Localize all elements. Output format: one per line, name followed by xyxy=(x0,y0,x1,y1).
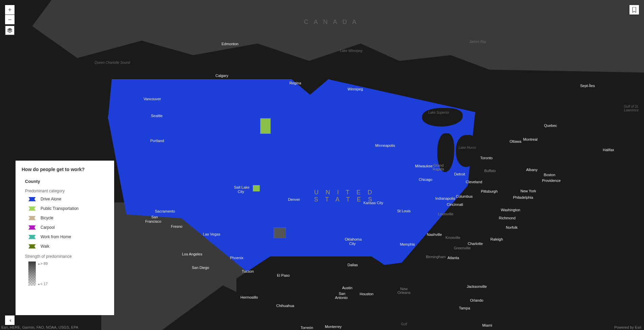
legend-category-label: Walk xyxy=(41,244,49,249)
water-label-james-bay: James Bay xyxy=(469,40,486,44)
county-outlier-3[interactable] xyxy=(274,227,286,238)
ocean-gulf xyxy=(236,256,405,330)
legend-category-row: Public Transportation xyxy=(28,206,114,211)
legend-category-row: Work from Home xyxy=(28,235,114,239)
legend-swatch xyxy=(28,225,36,230)
collapse-legend-button[interactable]: ‹‹ xyxy=(5,315,15,325)
legend-category-row: Carpool xyxy=(28,225,114,230)
ocean-atlantic xyxy=(439,128,644,330)
water-label-gulf: Gulf xyxy=(401,322,407,326)
bookmarks-button[interactable] xyxy=(629,5,639,15)
legend-category-label: Work from Home xyxy=(41,235,71,239)
legend-swatch xyxy=(28,207,36,211)
water-label-winnipeg: Lake Winnipeg xyxy=(340,49,362,53)
city-label: Calgary xyxy=(215,74,228,78)
legend-predominant-heading: Predominant category xyxy=(25,189,114,193)
water-label-huron: Lake Huron xyxy=(459,146,476,149)
city-label: Quebec xyxy=(544,123,557,128)
legend-category-label: Drive Alone xyxy=(41,197,61,201)
layers-icon xyxy=(7,28,12,33)
city-label: Sept-Îles xyxy=(580,84,595,88)
zoom-out-button[interactable]: − xyxy=(5,15,15,24)
attribution-sources[interactable]: Esri, HERE, Garmin, FAO, NOAA, USGS, EPA xyxy=(1,325,78,329)
city-label: Pittsburgh xyxy=(481,189,498,193)
legend-category-row: Bicycle xyxy=(28,216,114,220)
legend-opacity-ramp xyxy=(28,262,36,286)
county-outlier-2[interactable] xyxy=(253,185,260,192)
legend-layer-name: County xyxy=(25,179,114,184)
legend-category-label: Public Transportation xyxy=(41,206,79,211)
chevron-left-double-icon: ‹‹ xyxy=(9,318,10,323)
city-label: Birmingham xyxy=(426,255,446,259)
bookmark-icon xyxy=(632,7,637,12)
legend-category-row: Walk xyxy=(28,244,114,249)
minus-icon: − xyxy=(8,16,12,23)
attribution-esri[interactable]: Powered by Esri xyxy=(614,325,641,329)
water-label-gsl: Gulf of St. Lawrence xyxy=(619,105,644,112)
county-outlier-1[interactable] xyxy=(260,118,271,134)
legend-swatch xyxy=(28,235,36,239)
water-label-superior: Lake Superior xyxy=(428,111,449,114)
legend-category-row: Drive Alone xyxy=(28,197,114,201)
legend-swatch xyxy=(28,197,36,201)
legend-strength-heading: Strength of predominance xyxy=(25,254,114,259)
legend-category-label: Carpool xyxy=(41,225,55,230)
zoom-in-button[interactable]: + xyxy=(5,5,15,15)
legend-swatch xyxy=(28,216,36,220)
city-label: Nashville xyxy=(427,232,442,237)
legend-category-label: Bicycle xyxy=(41,216,53,220)
legend-strength-low: < 17 xyxy=(38,282,48,286)
plus-icon: + xyxy=(8,6,12,13)
legend-title: How do people get to work? xyxy=(22,167,114,172)
legend-panel: How do people get to work? County Predom… xyxy=(16,161,114,315)
water-label-qcs: Queen Charlotte Sound xyxy=(95,61,130,64)
basemap-layers-button[interactable] xyxy=(5,26,15,35)
legend-strength-high: > 89 xyxy=(38,262,48,266)
legend-swatch xyxy=(28,244,36,249)
